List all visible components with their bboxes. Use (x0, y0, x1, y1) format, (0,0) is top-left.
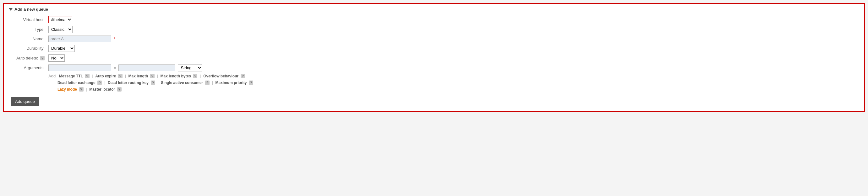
type-row: Type: Classic Quorum (9, 25, 859, 34)
add-label: Add (49, 74, 56, 78)
arg-type-select[interactable]: String Boolean Number List (178, 64, 202, 72)
auto-delete-select[interactable]: No Yes (49, 54, 65, 62)
arg-value-input[interactable] (118, 64, 175, 71)
auto-delete-row: Auto delete: ? No Yes (9, 53, 859, 63)
arg-links-row-3: Lazy mode ? | Master locator ? (9, 86, 859, 92)
queue-form: Virtual host: /itheima Type: Classic Quo… (9, 15, 859, 92)
sep2: | (125, 74, 126, 78)
sep3: | (157, 74, 158, 78)
virtual-host-select[interactable]: /itheima (49, 16, 72, 23)
sep4: | (200, 74, 201, 78)
arguments-row: Arguments: = String Boolean Number List (9, 63, 859, 73)
dead-letter-exchange-help-icon[interactable]: ? (97, 81, 102, 85)
max-length-link[interactable]: Max length (128, 74, 148, 78)
sep1: | (92, 74, 93, 78)
arg-key-input[interactable] (49, 64, 111, 71)
maximum-priority-help-icon[interactable]: ? (249, 81, 253, 85)
message-ttl-link[interactable]: Message TTL (59, 74, 83, 78)
sep8: | (86, 87, 87, 91)
type-cell: Classic Quorum (46, 25, 859, 34)
single-active-consumer-help-icon[interactable]: ? (205, 81, 210, 85)
durability-row: Durability: Durable Transient (9, 44, 859, 53)
dead-letter-routing-key-link[interactable]: Dead letter routing key (108, 81, 149, 85)
section-header[interactable]: Add a new queue (9, 7, 859, 12)
lazy-mode-link[interactable]: Lazy mode (58, 87, 77, 91)
durability-label: Durability: (9, 44, 46, 53)
required-star: * (114, 36, 115, 41)
max-length-bytes-help-icon[interactable]: ? (193, 74, 197, 78)
max-length-help-icon[interactable]: ? (150, 74, 155, 78)
auto-expire-link[interactable]: Auto expire (95, 74, 116, 78)
arg-links-cell-2: Dead letter exchange ? | Dead letter rou… (46, 79, 859, 86)
durability-select[interactable]: Durable Transient (49, 45, 75, 52)
auto-delete-label: Auto delete: ? (9, 53, 46, 63)
type-label: Type: (9, 25, 46, 34)
auto-delete-cell: No Yes (46, 53, 859, 63)
collapse-icon (9, 8, 12, 11)
lazy-mode-help-icon[interactable]: ? (79, 87, 84, 91)
name-row: Name: * (9, 34, 859, 44)
name-cell: * (46, 34, 859, 44)
arg-links-cell-1: Add Message TTL ? | Auto expire ? | Max … (46, 73, 859, 79)
maximum-priority-link[interactable]: Maximum priority (216, 81, 247, 85)
type-select[interactable]: Classic Quorum (49, 26, 72, 33)
sep7: | (212, 80, 213, 85)
arg-links-cell-3: Lazy mode ? | Master locator ? (46, 86, 859, 92)
durability-cell: Durable Transient (46, 44, 859, 53)
section-title: Add a new queue (14, 7, 48, 12)
dead-letter-routing-key-help-icon[interactable]: ? (151, 81, 155, 85)
arguments-cell: = String Boolean Number List (46, 63, 859, 73)
arg-links-row-1: Add Message TTL ? | Auto expire ? | Max … (9, 73, 859, 79)
add-queue-button[interactable]: Add queue (11, 97, 39, 106)
virtual-host-row: Virtual host: /itheima (9, 15, 859, 25)
arguments-label: Arguments: (9, 63, 46, 73)
max-length-bytes-link[interactable]: Max length bytes (160, 74, 191, 78)
virtual-host-label: Virtual host: (9, 15, 46, 25)
master-locator-link[interactable]: Master locator (89, 87, 115, 91)
single-active-consumer-link[interactable]: Single active consumer (161, 81, 203, 85)
message-ttl-help-icon[interactable]: ? (85, 74, 90, 78)
sep6: | (157, 80, 158, 85)
auto-delete-help-icon[interactable]: ? (40, 56, 44, 60)
virtual-host-select-wrapper: /itheima (49, 16, 72, 23)
virtual-host-cell: /itheima (46, 15, 859, 25)
sep5: | (104, 80, 105, 85)
name-label: Name: (9, 34, 46, 44)
overflow-behaviour-help-icon[interactable]: ? (241, 74, 245, 78)
master-locator-help-icon[interactable]: ? (117, 87, 122, 91)
auto-expire-help-icon[interactable]: ? (118, 74, 123, 78)
overflow-behaviour-link[interactable]: Overflow behaviour (203, 74, 239, 78)
name-input[interactable] (49, 35, 111, 42)
arg-equals: = (114, 65, 116, 70)
dead-letter-exchange-link[interactable]: Dead letter exchange (58, 81, 95, 85)
arg-links-row-2: Dead letter exchange ? | Dead letter rou… (9, 79, 859, 86)
add-queue-panel: Add a new queue Virtual host: /itheima T… (3, 3, 865, 112)
